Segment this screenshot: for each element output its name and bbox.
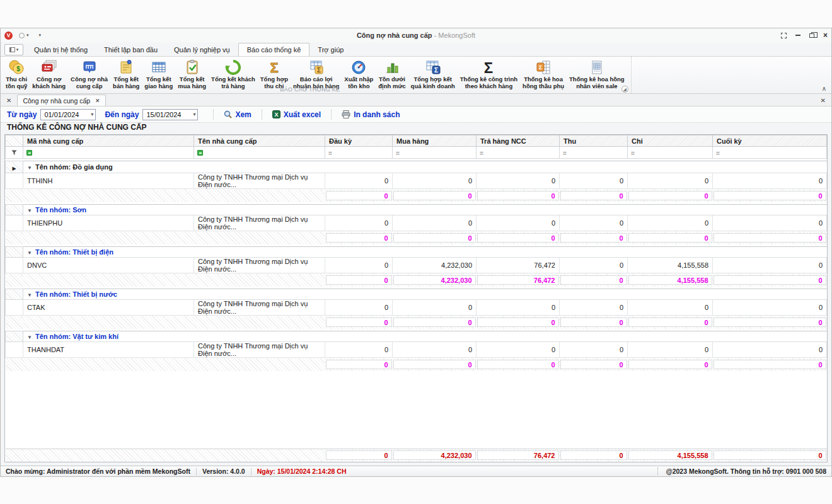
filter-cell-ma-ncc[interactable] xyxy=(23,147,194,159)
collapse-arrow-icon[interactable]: ▼ xyxy=(27,165,32,171)
table-row[interactable]: TTHINH Công ty TNHH Thương mại Dịch vụ Đ… xyxy=(6,173,827,189)
dialog-launcher-icon[interactable]: ◢ xyxy=(621,86,628,93)
cell-code[interactable]: THANHDAT xyxy=(23,342,194,358)
filter-cell-ten-ncc[interactable] xyxy=(194,147,325,159)
collapse-arrow-icon[interactable]: ▼ xyxy=(27,292,32,298)
doc-tab-cong-no-nha-cung-cap[interactable]: Công nợ nhà cung cấp ✕ xyxy=(17,94,105,106)
restore-icon[interactable] xyxy=(809,33,814,38)
cell-supplier[interactable]: Công ty TNHH Thương mại Dịch vụ Điện nướ… xyxy=(194,342,325,358)
cell-chi[interactable]: 0 xyxy=(628,173,713,189)
status-date: Ngày: 15/01/2024 2:14:28 CH xyxy=(257,467,347,475)
close-all-tabs-icon[interactable]: ✕ xyxy=(1,97,17,106)
cell-code[interactable]: THIENPHU xyxy=(23,215,194,231)
group-name: Tên nhóm: Thiết bị nước xyxy=(35,290,117,298)
close-pane-icon[interactable]: ✕ xyxy=(815,97,831,106)
filter-cell-mua-hang[interactable]: = xyxy=(393,147,477,159)
table-row[interactable]: DNVC Công ty TNHH Thương mại Dịch vụ Điệ… xyxy=(6,258,827,273)
ribbon-item-hoa-hong-nhan-vien-sale[interactable]: Thống kê hoa hồng nhân viên sale xyxy=(567,58,627,90)
cell-dau-ky[interactable]: 0 xyxy=(325,173,393,189)
collapse-arrow-icon[interactable]: ▼ xyxy=(27,208,32,214)
filter-cell-cuoi-ky[interactable]: = xyxy=(713,147,827,159)
grand-total-row: 0 4,232,030 76,472 0 4,155,558 0 xyxy=(6,449,827,462)
tab-thiet-lap-ban-dau[interactable]: Thiết lập ban đầu xyxy=(96,44,166,56)
filter-cell-dau-ky[interactable]: = xyxy=(325,147,393,159)
app-menu-button[interactable]: ▾ xyxy=(4,44,23,55)
group-summary-row: 0 0 0 0 0 0 xyxy=(6,316,827,329)
collapse-arrow-icon[interactable]: ▼ xyxy=(27,335,32,340)
column-header-tra-hang-ncc[interactable]: Trả hàng NCC xyxy=(477,135,560,147)
cell-supplier[interactable]: Công ty TNHH Thương mại Dịch vụ Điện nướ… xyxy=(194,258,325,273)
ribbon-item-tong-hop-ket-qua-kinh-doanh[interactable]: Σ Tổng hợp kết quả kinh doanh xyxy=(408,58,458,90)
ribbon-item-ton-duoi-dinh-muc[interactable]: Tồn dưới định mức xyxy=(376,58,408,90)
ribbon-item-xuat-nhap-ton-kho[interactable]: Xuất nhập tồn kho xyxy=(342,58,376,90)
cell-code[interactable]: TTHINH xyxy=(23,173,194,189)
ribbon-item-cong-no-khach-hang[interactable]: Công nợ khách hàng xyxy=(30,58,68,90)
table-row[interactable]: CTAK Công ty TNHH Thương mại Dịch vụ Điệ… xyxy=(6,300,827,316)
group-header-row[interactable]: ▼Tên nhóm: Thiết bị điện xyxy=(6,247,827,258)
close-tab-icon[interactable]: ✕ xyxy=(95,98,100,104)
view-button[interactable]: Xem xyxy=(220,109,255,120)
ribbon-group-bao-cao: $ Thu chi tồn quỹ Công nợ khách hàng Côn… xyxy=(2,57,632,93)
filter-cell-thu[interactable]: = xyxy=(560,147,628,159)
column-header-mua-hang[interactable]: Mua hàng xyxy=(393,135,477,147)
to-date-input[interactable]: 15/01/2024 ▾ xyxy=(142,109,198,120)
cell-thu[interactable]: 0 xyxy=(560,173,628,189)
svg-text:Σ: Σ xyxy=(539,64,543,71)
cell-supplier[interactable]: Công ty TNHH Thương mại Dịch vụ Điện nướ… xyxy=(194,173,325,189)
export-excel-button[interactable]: X Xuất excel xyxy=(269,109,325,120)
print-list-button[interactable]: In danh sách xyxy=(338,109,403,120)
ribbon-item-tong-ket-mua-hang[interactable]: Tổng kết mua hàng xyxy=(175,58,209,90)
collapse-arrow-icon[interactable]: ▼ xyxy=(27,250,32,256)
dropdown-arrow-icon[interactable]: ▾ xyxy=(91,112,93,117)
group-summary-row: 0 0 0 0 0 0 xyxy=(6,189,827,202)
filter-cell-tra-hang[interactable]: = xyxy=(477,147,560,159)
column-header-thu[interactable]: Thu xyxy=(560,135,628,147)
commission-grid-icon xyxy=(588,59,606,76)
funnel-icon[interactable] xyxy=(6,147,23,159)
group-header-row[interactable]: ▼Tên nhóm: Thiết bị nước xyxy=(6,289,827,300)
column-header-dau-ky[interactable]: Đầu kỳ xyxy=(325,135,393,147)
ribbon-item-bao-cao-loi-nhuan[interactable]: Σ Báo cáo lợi nhuận bán hàng xyxy=(291,58,342,90)
table-row[interactable]: THIENPHU Công ty TNHH Thương mại Dịch vụ… xyxy=(6,215,827,231)
tab-quan-ly-nghiep-vu[interactable]: Quản lý nghiệp vụ xyxy=(166,44,238,56)
group-header-row[interactable]: ▼Tên nhóm: Vật tư kim khí xyxy=(6,331,827,342)
close-icon[interactable]: × xyxy=(823,32,828,38)
table-row[interactable]: THANHDAT Công ty TNHH Thương mại Dịch vụ… xyxy=(6,342,827,358)
tab-quan-tri-he-thong[interactable]: Quản trị hệ thống xyxy=(26,44,96,56)
cell-code[interactable]: DNVC xyxy=(23,258,194,273)
minimize-icon[interactable] xyxy=(795,35,800,36)
dropdown-arrow-icon[interactable]: ▾ xyxy=(193,112,195,117)
ribbon-item-tong-ket-ban-hang[interactable]: Tổng kết bán hàng xyxy=(110,58,142,90)
ribbon-collapse-icon[interactable]: ∧ xyxy=(822,85,826,92)
tab-bao-cao-thong-ke[interactable]: Báo cáo thống kê xyxy=(238,43,310,56)
cell-cuoi-ky[interactable]: 0 xyxy=(713,173,827,189)
column-header-cuoi-ky[interactable]: Cuối kỳ xyxy=(713,135,827,147)
ribbon-item-hoa-hong-thau-phu[interactable]: Σ Thống kê hoa hồng thầu phụ xyxy=(520,58,567,90)
sigma-black-icon: Σ xyxy=(480,59,497,76)
cell-tra-hang[interactable]: 0 xyxy=(477,173,560,189)
group-header-row[interactable]: ▶ ▼Tên nhóm: Đồ gia dụng xyxy=(6,161,827,173)
cell-supplier[interactable]: Công ty TNHH Thương mại Dịch vụ Điện nướ… xyxy=(194,300,325,316)
group-name: Tên nhóm: Sơn xyxy=(35,206,86,214)
fullscreen-icon[interactable] xyxy=(781,33,787,38)
column-header-ma-ncc[interactable]: Mã nhà cung cấp xyxy=(23,135,194,147)
result-table-sigma-icon: Σ xyxy=(424,59,442,76)
cell-code[interactable]: CTAK xyxy=(23,300,194,316)
column-header-chi[interactable]: Chi xyxy=(628,135,713,147)
tab-tro-giup[interactable]: Trợ giúp xyxy=(309,44,352,56)
from-date-input[interactable]: 01/01/2024 ▾ xyxy=(40,109,96,120)
column-header-ten-ncc[interactable]: Tên nhà cung cấp xyxy=(194,135,325,147)
cell-supplier[interactable]: Công ty TNHH Thương mại Dịch vụ Điện nướ… xyxy=(194,215,325,231)
total-thu: 0 xyxy=(560,450,627,460)
row-arrow-icon: ▶ xyxy=(12,166,16,171)
ribbon-item-tong-ket-khach-tra-hang[interactable]: Tổng kết khách trả hàng xyxy=(209,58,258,90)
ribbon-item-thu-chi-ton-quy[interactable]: $ Thu chi tồn quỹ xyxy=(3,58,30,90)
group-header-row[interactable]: ▼Tên nhóm: Sơn xyxy=(6,205,827,215)
ribbon-item-tong-hop-thu-chi[interactable]: Σ Tổng hợp thu chi xyxy=(258,58,291,90)
ribbon-item-tong-ket-giao-hang[interactable]: Tổng kết giao hàng xyxy=(142,58,175,90)
ribbon-item-thong-ke-cong-trinh[interactable]: Σ Thống kê công trình theo khách hàng xyxy=(458,58,520,90)
excel-icon: X xyxy=(272,110,280,118)
ribbon-item-cong-no-nha-cung-cap[interactable]: Công nợ nhà cung cấp xyxy=(68,58,110,90)
cell-mua-hang[interactable]: 0 xyxy=(393,173,477,189)
filter-cell-chi[interactable]: = xyxy=(628,147,713,159)
